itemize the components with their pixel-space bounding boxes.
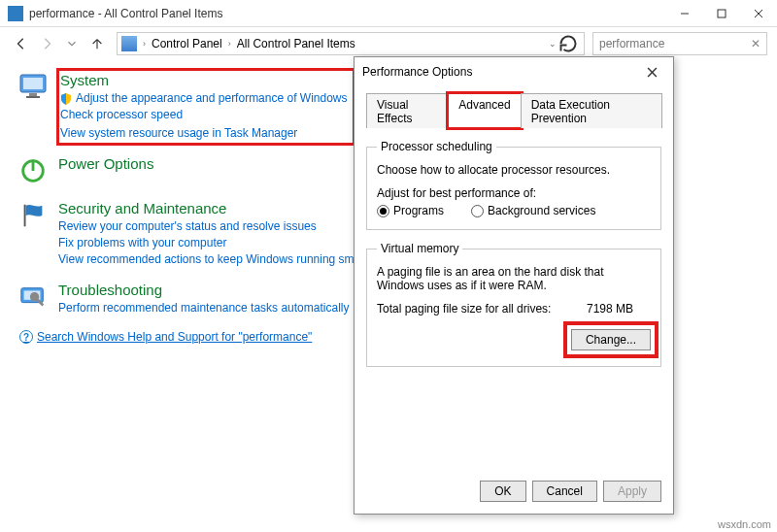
forward-button[interactable] [35,32,58,55]
group-legend: Processor scheduling [377,140,496,153]
group-text: Choose how to allocate processor resourc… [377,163,651,177]
search-text: performance [599,37,664,50]
svg-rect-6 [29,93,37,96]
flag-icon [17,200,49,231]
item-title[interactable]: System [60,72,348,88]
system-group: System Adjust the appearance and perform… [58,70,354,144]
chevron-down-icon[interactable]: ⌄ [549,39,557,49]
control-panel-icon [121,36,137,51]
adjust-label: Adjust for best performance of: [377,186,651,200]
apply-button[interactable]: Apply [603,481,661,502]
shield-icon [60,93,72,105]
minimize-button[interactable] [666,0,703,27]
processor-scheduling-group: Processor scheduling Choose how to alloc… [366,140,661,230]
dialog-button-row: OK Cancel Apply [355,471,673,514]
svg-rect-5 [23,78,43,89]
item-link[interactable]: View recommended actions to keep Windows… [58,251,386,268]
back-button[interactable] [10,32,33,55]
close-button[interactable] [740,0,777,27]
ok-button[interactable]: OK [480,481,525,502]
system-icon [17,70,49,101]
dialog-close-button[interactable] [638,60,665,83]
radio-dot-icon [377,205,389,217]
app-icon [8,6,23,21]
performance-options-dialog: Performance Options Visual Effects Advan… [354,56,674,515]
dialog-titlebar[interactable]: Performance Options [355,57,673,86]
radio-background[interactable]: Background services [471,204,595,217]
item-title[interactable]: Power Options [58,155,153,172]
window-titlebar: performance - All Control Panel Items [0,0,777,27]
troubleshoot-icon [17,282,49,313]
svg-rect-10 [24,205,26,227]
up-button[interactable] [85,32,109,55]
virtual-memory-group: Virtual memory A paging file is an area … [366,242,661,367]
item-link[interactable]: Review your computer's status and resolv… [58,218,386,235]
tab-strip: Visual Effects Advanced Data Execution P… [366,92,661,128]
item-link[interactable]: View system resource usage in Task Manag… [60,125,348,142]
radio-dot-icon [471,205,484,217]
breadcrumb-child[interactable]: All Control Panel Items [231,33,361,54]
tab-dep[interactable]: Data Execution Prevention [521,93,662,128]
item-link[interactable]: Perform recommended maintenance tasks au… [58,300,349,316]
search-input[interactable]: performance ✕ [592,32,767,55]
address-bar[interactable]: › Control Panel › All Control Panel Item… [117,32,585,55]
vm-description: A paging file is an area on the hard dis… [377,265,651,292]
tab-advanced[interactable]: Advanced [448,93,521,128]
change-button[interactable]: Change... [571,329,651,350]
dialog-title: Performance Options [362,65,638,79]
svg-rect-7 [26,96,40,98]
refresh-button[interactable] [557,33,580,54]
window-title: performance - All Control Panel Items [29,7,666,20]
navigation-bar: › Control Panel › All Control Panel Item… [0,27,777,60]
vm-total-value: 7198 MB [587,302,633,316]
item-title[interactable]: Security and Maintenance [58,200,386,216]
radio-programs[interactable]: Programs [377,204,444,217]
svg-rect-1 [718,10,726,17]
group-legend: Virtual memory [377,242,462,255]
tab-visual-effects[interactable]: Visual Effects [366,93,449,128]
watermark: wsxdn.com [718,518,771,530]
cancel-button[interactable]: Cancel [532,481,597,502]
power-icon [17,155,49,186]
item-link[interactable]: Adjust the appearance and performance of… [60,90,348,107]
svg-rect-9 [32,160,35,171]
maximize-button[interactable] [703,0,740,27]
item-link[interactable]: Fix problems with your computer [58,235,386,251]
item-link[interactable]: Check processor speed [60,107,348,123]
vm-total-label: Total paging file size for all drives: [377,302,551,316]
recent-dropdown-icon[interactable] [60,32,84,55]
clear-search-icon[interactable]: ✕ [751,37,760,50]
breadcrumb-root[interactable]: Control Panel [146,33,228,54]
item-title[interactable]: Troubleshooting [58,282,349,298]
help-icon: ? [19,330,33,344]
